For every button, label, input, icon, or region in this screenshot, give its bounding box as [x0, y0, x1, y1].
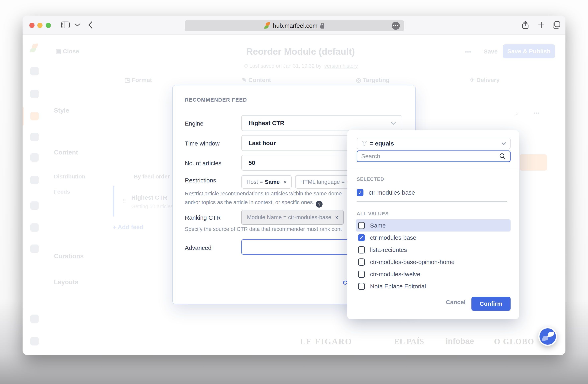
value-label: Nota Enlace Editorial: [370, 283, 426, 290]
popup-confirm-button[interactable]: Confirm: [471, 297, 511, 311]
all-values-section-label: ALL VALUES: [357, 211, 389, 216]
sidebar-toggle-icon[interactable]: [61, 20, 70, 30]
help-question-icon[interactable]: ?: [316, 201, 323, 208]
selected-section-label: SELECTED: [357, 176, 384, 182]
value-row[interactable]: ✓ctr-modules-base: [356, 232, 511, 244]
url-text: hub.marfeel.com: [273, 22, 317, 29]
value-row[interactable]: lista-recientes: [356, 244, 511, 256]
restrictions-label: Restrictions: [185, 177, 216, 184]
ranking-help: Specify the source of CTR data that reco…: [185, 226, 342, 232]
back-button[interactable]: [86, 20, 95, 30]
value-label: ctr-modules-base: [370, 234, 416, 241]
ranking-ctr-chip[interactable]: Module Name = ctr-modules-base x: [241, 210, 344, 225]
ranking-chip-text: Module Name = ctr-modules-base: [247, 214, 331, 220]
checkbox-unchecked-icon[interactable]: [358, 258, 365, 266]
value-row[interactable]: ctr-modules-base-opinion-home: [356, 256, 511, 268]
restrictions-help-line2: and/or topics as the article in context,…: [185, 199, 323, 208]
ranking-ctr-label: Ranking CTR: [185, 214, 221, 221]
chip-value: Same: [265, 179, 280, 185]
checkbox-checked-icon[interactable]: ✓: [358, 234, 365, 241]
page-content: ▣ Close Reorder Module (default) ⏱ Last …: [22, 35, 566, 355]
popup-divider-bottom: [347, 288, 519, 288]
operator-chevron-icon: [502, 141, 506, 145]
chip-field: HTML language =: [300, 179, 345, 185]
selected-divider: [357, 201, 507, 202]
search-input[interactable]: Search: [357, 150, 511, 162]
lock-icon: [320, 22, 325, 29]
checkbox-unchecked-icon[interactable]: [358, 283, 365, 290]
popup-cancel-button[interactable]: Cancel: [445, 299, 467, 306]
articles-value: 50: [249, 159, 255, 166]
articles-label: No. of articles: [185, 160, 221, 167]
operator-value: = equals: [370, 140, 394, 147]
search-placeholder: Search: [361, 153, 380, 160]
funnel-icon: [362, 141, 367, 146]
checkbox-checked-icon[interactable]: ✓: [357, 189, 363, 196]
engine-select[interactable]: Highest CTR: [241, 115, 402, 131]
value-label: ctr-modules-base-opinion-home: [370, 259, 455, 265]
value-label: lista-recientes: [370, 247, 407, 253]
traffic-zoom-button[interactable]: [46, 23, 51, 28]
engine-label: Engine: [185, 120, 203, 127]
operator-select[interactable]: = equals: [357, 138, 511, 149]
marfeel-chat-fab[interactable]: [538, 327, 557, 346]
selected-item[interactable]: ✓ctr-modules-base: [357, 189, 415, 196]
reader-more-icon[interactable]: •••: [392, 22, 400, 30]
browser-window: hub.marfeel.com •••: [22, 16, 566, 355]
selected-item-label: ctr-modules-base: [369, 189, 415, 196]
popup-divider-top: [347, 169, 519, 169]
value-row[interactable]: ctr-modules-twelve: [356, 268, 511, 280]
share-icon[interactable]: [521, 20, 530, 30]
time-window-value: Last hour: [249, 140, 276, 147]
screenshot-root: hub.marfeel.com •••: [0, 0, 588, 384]
values-list: Same✓ctr-modules-baselista-recientesctr-…: [356, 219, 511, 292]
engine-value: Highest CTR: [249, 120, 284, 127]
value-label: ctr-modules-twelve: [370, 271, 420, 278]
traffic-minimize-button[interactable]: [37, 23, 42, 28]
value-label: Same: [370, 222, 386, 229]
search-icon: [499, 153, 506, 160]
value-row[interactable]: Nota Enlace Editorial: [356, 280, 511, 292]
address-bar[interactable]: hub.marfeel.com •••: [185, 20, 404, 31]
restriction-chip[interactable]: Host =Same×: [241, 175, 292, 189]
checkbox-unchecked-icon[interactable]: [358, 246, 365, 254]
time-window-label: Time window: [185, 140, 220, 147]
traffic-close-button[interactable]: [29, 23, 35, 28]
chip-field: Host =: [247, 179, 263, 185]
tab-overview-icon[interactable]: [552, 20, 561, 30]
chevron-down-icon: [391, 120, 396, 125]
restriction-chips: Host =Same×HTML language =Sa: [241, 175, 359, 189]
value-row[interactable]: Same: [356, 219, 511, 232]
marfeel-favicon: [264, 22, 271, 29]
sidebar-chevron-down-icon[interactable]: [73, 20, 82, 30]
chip-remove-icon[interactable]: ×: [283, 179, 286, 185]
advanced-label: Advanced: [185, 244, 211, 251]
browser-toolbar: hub.marfeel.com •••: [22, 16, 566, 35]
modal-title: RECOMMENDER FEED: [185, 97, 247, 103]
ranking-chip-remove-icon[interactable]: x: [335, 214, 338, 220]
checkbox-unchecked-icon[interactable]: [358, 271, 365, 278]
restrictions-help-line1: Restrict article recommendations to arti…: [185, 191, 342, 197]
checkbox-unchecked-icon[interactable]: [358, 222, 365, 229]
filter-popup: = equals Search SELECTED ✓ctr-modules-ba…: [347, 130, 519, 319]
new-tab-icon[interactable]: [537, 20, 546, 30]
